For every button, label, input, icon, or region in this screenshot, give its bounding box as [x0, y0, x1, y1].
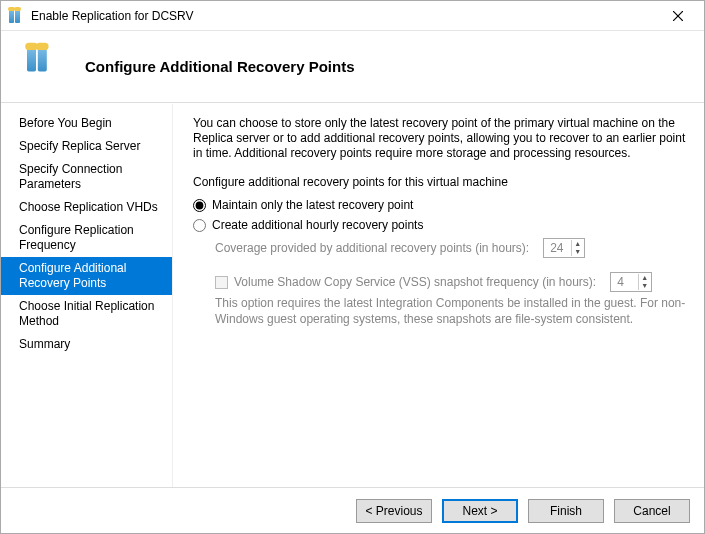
- prompt-text: Configure additional recovery points for…: [193, 175, 686, 190]
- sidebar-item-label: Before You Begin: [19, 116, 112, 130]
- sidebar-item-label: Specify Connection Parameters: [19, 162, 122, 191]
- close-icon: [673, 11, 683, 21]
- spinner-arrows[interactable]: ▲▼: [571, 240, 583, 256]
- spinner-arrows[interactable]: ▲▼: [638, 274, 650, 290]
- previous-button[interactable]: < Previous: [356, 499, 432, 523]
- content-panel: You can choose to store only the latest …: [173, 104, 704, 487]
- radio-latest-only-input[interactable]: [193, 199, 206, 212]
- radio-latest-only-label: Maintain only the latest recovery point: [212, 198, 413, 212]
- button-bar: < Previous Next > Finish Cancel: [1, 487, 704, 533]
- sidebar-item-label: Choose Replication VHDs: [19, 200, 158, 214]
- vss-hint: This option requires the latest Integrat…: [215, 296, 686, 327]
- sidebar-item-specify-replica-server[interactable]: Specify Replica Server: [1, 135, 172, 158]
- header-band: Configure Additional Recovery Points: [1, 31, 704, 103]
- next-button[interactable]: Next >: [442, 499, 518, 523]
- coverage-value: 24: [550, 241, 563, 255]
- radio-option-latest-only[interactable]: Maintain only the latest recovery point: [193, 198, 686, 212]
- vss-row: Volume Shadow Copy Service (VSS) snapsho…: [215, 272, 686, 292]
- coverage-label: Coverage provided by additional recovery…: [215, 241, 529, 255]
- radio-group: Maintain only the latest recovery point …: [193, 198, 686, 232]
- intro-text: You can choose to store only the latest …: [193, 116, 686, 161]
- body-area: Before You Begin Specify Replica Server …: [1, 104, 704, 487]
- sidebar-item-label: Configure Replication Frequency: [19, 223, 134, 252]
- finish-button[interactable]: Finish: [528, 499, 604, 523]
- sidebar-item-configure-additional-recovery-points[interactable]: Configure Additional Recovery Points: [1, 257, 172, 295]
- sidebar-item-before-you-begin[interactable]: Before You Begin: [1, 112, 172, 135]
- vss-label: Volume Shadow Copy Service (VSS) snapsho…: [234, 275, 596, 289]
- sidebar-item-label: Summary: [19, 337, 70, 351]
- coverage-row: Coverage provided by additional recovery…: [215, 238, 686, 258]
- window-title: Enable Replication for DCSRV: [31, 9, 658, 23]
- additional-options-block: Coverage provided by additional recovery…: [215, 238, 686, 327]
- page-title: Configure Additional Recovery Points: [85, 58, 354, 75]
- radio-additional-hourly-input[interactable]: [193, 219, 206, 232]
- vss-checkbox[interactable]: [215, 276, 228, 289]
- button-label: Next >: [462, 504, 497, 518]
- wizard-icon: [27, 52, 57, 82]
- vss-value: 4: [617, 275, 624, 289]
- radio-option-additional-hourly[interactable]: Create additional hourly recovery points: [193, 218, 686, 232]
- sidebar-item-configure-replication-frequency[interactable]: Configure Replication Frequency: [1, 219, 172, 257]
- close-button[interactable]: [658, 2, 698, 30]
- coverage-spinner[interactable]: 24 ▲▼: [543, 238, 585, 258]
- app-icon: [9, 8, 25, 24]
- sidebar-item-choose-replication-vhds[interactable]: Choose Replication VHDs: [1, 196, 172, 219]
- sidebar-item-specify-connection-parameters[interactable]: Specify Connection Parameters: [1, 158, 172, 196]
- sidebar-item-label: Choose Initial Replication Method: [19, 299, 154, 328]
- sidebar-item-label: Configure Additional Recovery Points: [19, 261, 126, 290]
- button-label: Finish: [550, 504, 582, 518]
- sidebar-item-choose-initial-replication-method[interactable]: Choose Initial Replication Method: [1, 295, 172, 333]
- cancel-button[interactable]: Cancel: [614, 499, 690, 523]
- sidebar-item-summary[interactable]: Summary: [1, 333, 172, 356]
- sidebar-item-label: Specify Replica Server: [19, 139, 140, 153]
- radio-additional-hourly-label: Create additional hourly recovery points: [212, 218, 423, 232]
- wizard-sidebar: Before You Begin Specify Replica Server …: [1, 104, 173, 487]
- button-label: Cancel: [633, 504, 670, 518]
- titlebar: Enable Replication for DCSRV: [1, 1, 704, 31]
- vss-spinner[interactable]: 4 ▲▼: [610, 272, 652, 292]
- button-label: < Previous: [365, 504, 422, 518]
